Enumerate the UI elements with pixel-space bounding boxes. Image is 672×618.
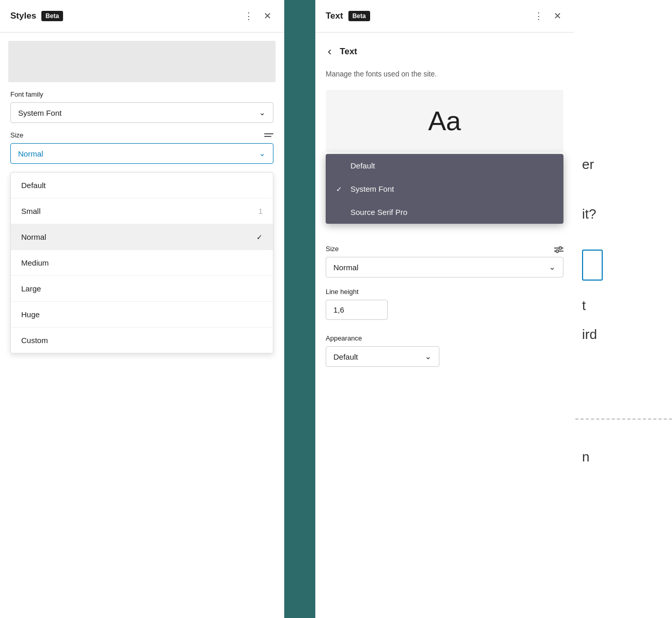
appearance-label: Appearance [326, 334, 563, 342]
font-family-select[interactable]: System Font ⌄ [10, 102, 273, 123]
font-preview-box: Aa ✓ Default ✓ System Font ✓ Source Seri… [326, 90, 563, 152]
font-preview-text: Aa [428, 105, 461, 136]
font-check-icon: ✓ [336, 185, 344, 193]
left-more-options-button[interactable]: ⋮ [242, 8, 255, 24]
font-option-system[interactable]: ✓ System Font [326, 177, 563, 200]
size-label: Size [10, 131, 23, 139]
font-family-label: Font family [10, 90, 273, 98]
edge-text-5: n [582, 447, 664, 466]
edge-text-2: it? [582, 205, 664, 223]
right-panel-actions: ⋮ ✕ [532, 8, 563, 24]
font-dropdown-overlay: ✓ Default ✓ System Font ✓ Source Serif P… [326, 154, 563, 224]
right-panel-content: ‹ Text Manage the fonts used on the site… [315, 33, 574, 618]
right-size-chevron: ⌄ [549, 262, 556, 272]
dropdown-item-custom[interactable]: Custom [11, 328, 273, 353]
font-option-label: System Font [350, 184, 394, 193]
right-beta-badge: Beta [348, 11, 370, 21]
dropdown-item-default[interactable]: Default [11, 173, 273, 198]
size-header: Size [10, 131, 273, 139]
edge-text-1: er [582, 155, 664, 174]
left-panel-title: Styles [10, 11, 36, 21]
size-chevron: ⌄ [259, 149, 266, 158]
line-height-label: Line height [326, 288, 563, 296]
font-family-select-wrapper: System Font ⌄ [10, 102, 273, 123]
dropdown-item-label: Small [21, 207, 41, 215]
dropdown-item-huge[interactable]: Huge [11, 302, 273, 328]
dropdown-item-label: Default [21, 181, 46, 190]
dropdown-item-label: Normal [21, 233, 46, 241]
dropdown-item-small[interactable]: Small 1 [11, 198, 273, 224]
font-family-value: System Font [18, 109, 62, 117]
left-panel-title-area: Styles Beta [10, 11, 63, 21]
close-icon: ✕ [264, 10, 271, 22]
dropdown-item-medium[interactable]: Medium [11, 250, 273, 276]
left-panel: Styles Beta ⋮ ✕ Font family System Font … [0, 0, 284, 618]
font-option-label: Source Serif Pro [350, 208, 407, 217]
teal-divider-bar [284, 0, 315, 618]
right-panel-header: Text Beta ⋮ ✕ [315, 0, 574, 33]
right-size-value: Normal [333, 263, 358, 272]
more-options-icon: ⋮ [244, 10, 253, 22]
appearance-value: Default [333, 352, 358, 361]
appearance-select[interactable]: Default ⌄ [326, 346, 439, 367]
svg-point-2 [559, 247, 562, 250]
right-panel-nav-title: Text [340, 47, 357, 57]
dropdown-item-label: Medium [21, 258, 49, 267]
dashed-line-top [574, 419, 672, 420]
font-option-source-serif[interactable]: ✓ Source Serif Pro [326, 200, 563, 224]
dropdown-item-large[interactable]: Large [11, 276, 273, 302]
left-beta-badge: Beta [41, 11, 63, 21]
size-label-text: Size [326, 245, 339, 253]
size-dropdown-list: Default Small 1 Normal ✓ Medium Large Hu… [10, 172, 273, 353]
right-close-button[interactable]: ✕ [552, 8, 563, 24]
size-select[interactable]: Normal ⌄ [10, 143, 273, 164]
check-icon: ✓ [256, 233, 263, 241]
edge-content: er it? t ird n [574, 0, 672, 476]
right-panel-title-area: Text Beta [326, 11, 370, 21]
line-height-input[interactable] [326, 300, 388, 320]
size-sliders-icon [554, 246, 563, 253]
dropdown-item-normal[interactable]: Normal ✓ [11, 224, 273, 250]
edge-text-3: t [582, 296, 664, 315]
left-close-button[interactable]: ✕ [262, 8, 273, 24]
back-button[interactable]: ‹ [326, 43, 333, 60]
right-panel-title: Text [326, 11, 343, 21]
right-size-select-wrapper: Normal ⌄ [326, 257, 563, 277]
dropdown-item-count: 1 [258, 207, 263, 215]
more-options-icon: ⋮ [534, 10, 543, 22]
size-sliders-icon[interactable] [264, 133, 273, 137]
back-navigation: ‹ Text [326, 43, 563, 60]
left-panel-header: Styles Beta ⋮ ✕ [0, 0, 284, 33]
left-panel-preview [8, 41, 276, 82]
dropdown-item-label: Custom [21, 336, 48, 345]
size-select-wrapper: Normal ⌄ [10, 143, 273, 164]
appearance-chevron: ⌄ [425, 352, 432, 361]
left-panel-actions: ⋮ ✕ [242, 8, 273, 24]
svg-point-3 [556, 250, 559, 253]
right-panel: Text Beta ⋮ ✕ ‹ Text Manage the fonts us… [315, 0, 574, 618]
right-edge-area: er it? t ird n [574, 0, 672, 618]
text-description: Manage the fonts used on the site. [326, 69, 563, 80]
dropdown-item-label: Large [21, 284, 41, 293]
close-icon: ✕ [554, 10, 561, 22]
right-size-label: Size [326, 245, 563, 253]
edge-text-4: ird [582, 325, 664, 344]
appearance-select-wrapper: Default ⌄ [326, 346, 439, 367]
dropdown-item-label: Huge [21, 310, 40, 319]
font-option-label: Default [350, 161, 375, 170]
left-panel-content: Font family System Font ⌄ Size Normal ⌄ … [0, 90, 284, 618]
font-family-chevron: ⌄ [259, 108, 266, 117]
right-size-section: Size Normal ⌄ Line height A [326, 245, 563, 367]
right-more-options-button[interactable]: ⋮ [532, 8, 545, 24]
font-option-default[interactable]: ✓ Default [326, 154, 563, 177]
blue-highlight-box [582, 250, 603, 281]
right-size-select[interactable]: Normal ⌄ [326, 257, 563, 277]
size-value: Normal [18, 149, 43, 158]
